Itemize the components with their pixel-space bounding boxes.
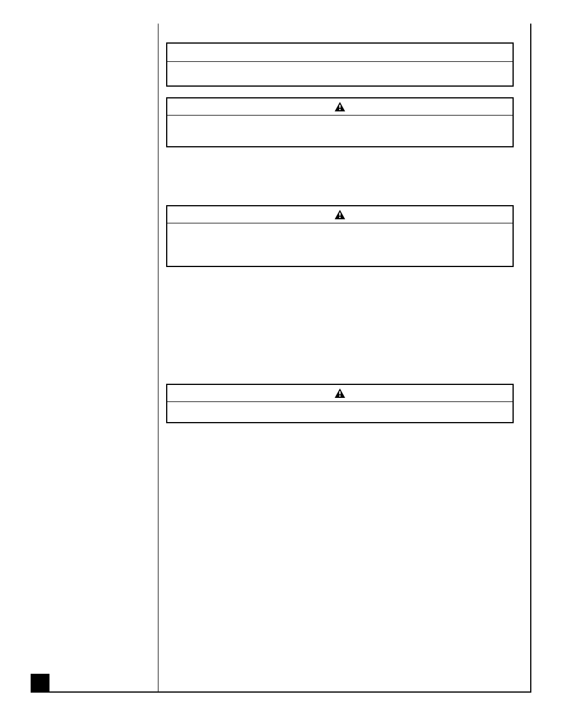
- callout-box: [166, 205, 514, 267]
- callout-header: [167, 206, 513, 223]
- page-border-bottom: [31, 691, 531, 693]
- callout-box: [166, 97, 514, 147]
- svg-rect-4: [339, 391, 340, 394]
- main-content-column: [158, 42, 522, 428]
- svg-point-5: [339, 395, 341, 397]
- callout-box: [166, 42, 514, 87]
- warning-icon: [335, 388, 345, 398]
- page-border-right: [530, 24, 531, 693]
- spacer: [158, 91, 522, 97]
- callout-body: [167, 116, 513, 146]
- callout-header: [167, 385, 513, 402]
- callout-body: [167, 223, 513, 266]
- callout-body: [167, 62, 513, 85]
- callout-header: [167, 44, 513, 62]
- spacer: [158, 152, 522, 205]
- document-page: [0, 0, 562, 728]
- svg-point-1: [339, 108, 341, 110]
- svg-point-3: [339, 216, 341, 218]
- callout-body: [167, 402, 513, 422]
- spacer: [158, 272, 522, 384]
- svg-rect-0: [339, 104, 340, 108]
- warning-icon: [335, 102, 345, 111]
- callout-box: [166, 384, 514, 423]
- warning-icon: [335, 210, 345, 219]
- svg-rect-2: [339, 212, 340, 216]
- page-number-block: [31, 674, 49, 693]
- callout-header: [167, 98, 513, 116]
